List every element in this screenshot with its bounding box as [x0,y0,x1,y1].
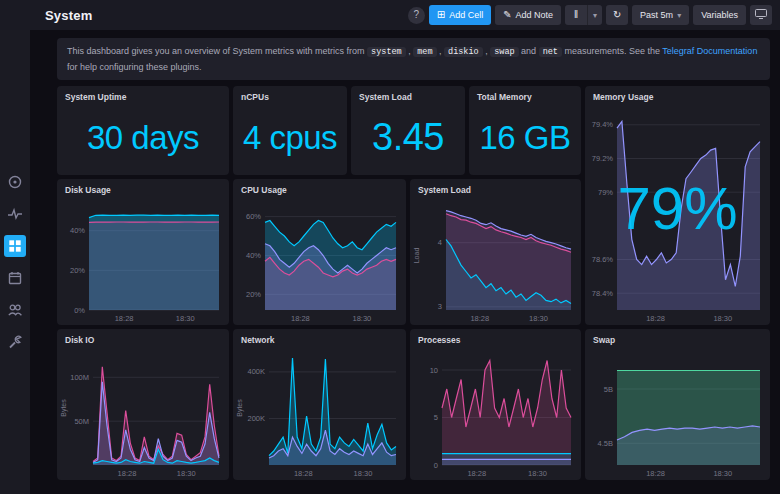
cell-title[interactable]: Disk Usage [57,179,229,195]
svg-text:60%: 60% [246,212,261,221]
add-note-button[interactable]: ✎ Add Note [495,5,561,25]
cell-title[interactable]: Disk IO [57,329,229,345]
sidebar-item-admin[interactable] [4,299,26,321]
svg-text:18:30: 18:30 [176,314,195,323]
sidebar-nav [0,30,30,494]
help-icon: ? [413,10,419,20]
svg-text:18:30: 18:30 [528,469,547,478]
stat-value: 4 cpus [233,100,347,175]
svg-text:40%: 40% [246,251,261,260]
svg-text:18:28: 18:28 [470,314,489,323]
presentation-mode-button[interactable] [750,5,772,25]
dashboard-page: System ? ⊞ Add Cell ✎ Add Note ‖ ▾ [0,0,780,494]
header-toolbar: ? ⊞ Add Cell ✎ Add Note ‖ ▾ ↻ [408,5,772,25]
swap-chart[interactable]: 5B4.5B18:2818:30 [587,345,768,478]
help-button[interactable]: ? [408,7,425,24]
processes-chart[interactable]: 051018:2818:30 [412,345,579,478]
banner-text: for help configuring these plugins. [67,62,202,72]
svg-text:10: 10 [430,366,438,375]
cell-disk-usage: Disk Usage 0%20%40%18:2818:30 [57,179,229,325]
svg-text:Bytes: Bytes [60,399,68,417]
cpu-usage-chart[interactable]: 20%40%60%18:2818:30 [235,195,404,323]
cell-title[interactable]: CPU Usage [233,179,406,195]
sidebar-item-dashboards[interactable] [4,235,26,257]
svg-text:200K: 200K [247,414,265,423]
header-bar: System ? ⊞ Add Cell ✎ Add Note ‖ ▾ [0,0,780,30]
svg-text:4.5B: 4.5B [598,439,613,448]
add-cell-label: Add Cell [449,10,483,20]
admin-icon [7,302,23,318]
disk-io-chart[interactable]: 50M100M18:2818:30Bytes [59,345,227,478]
svg-text:18:30: 18:30 [713,469,732,478]
svg-text:18:30: 18:30 [177,469,196,478]
banner-code-chip: net [539,47,562,57]
chart-svg: 50M100M18:2818:30Bytes [59,345,227,478]
status-icon [7,174,23,190]
svg-text:18:30: 18:30 [354,469,373,478]
sidebar-item-status[interactable] [4,171,26,193]
time-range-dropdown[interactable]: Past 5m ▾ [632,5,689,25]
svg-text:18:28: 18:28 [646,314,665,323]
system-load-chart[interactable]: 3418:2818:30Load [412,195,579,323]
svg-text:18:28: 18:28 [291,314,310,323]
dashboards-icon [8,239,22,253]
cell-title[interactable]: Processes [410,329,581,345]
cell-title[interactable]: System Load [410,179,581,195]
svg-text:40%: 40% [70,226,85,235]
svg-text:18:28: 18:28 [118,469,137,478]
cell-cpu-usage: CPU Usage 20%40%60%18:2818:30 [233,179,406,325]
add-cell-icon: ⊞ [437,10,445,20]
svg-text:Bytes: Bytes [236,399,244,417]
caret-down-icon: ▾ [593,11,597,20]
cell-total-memory: Total Memory 16 GB [469,86,581,175]
chart-svg: 5B4.5B18:2818:30 [587,345,768,478]
stat-value: 30 days [57,100,229,175]
cell-disk-io: Disk IO 50M100M18:2818:30Bytes [57,329,229,480]
telegraf-docs-link[interactable]: Telegraf Documentation [662,46,757,56]
svg-text:18:28: 18:28 [115,314,134,323]
svg-text:400K: 400K [247,367,265,376]
svg-text:0: 0 [434,461,438,470]
sidebar-item-alerts[interactable] [4,267,26,289]
page-title: System [45,8,92,23]
cell-title[interactable]: Swap [585,329,770,345]
cell-system-load-stat: System Load 3.45 [351,86,465,175]
stat-value: 16 GB [469,100,581,175]
svg-text:79%: 79% [598,188,613,197]
add-cell-button[interactable]: ⊞ Add Cell [429,5,491,25]
caret-down-icon: ▾ [677,11,681,20]
svg-text:18:28: 18:28 [467,469,486,478]
cell-title[interactable]: Network [233,329,406,345]
chart-svg: 0%20%40%18:2818:30 [59,195,227,323]
svg-text:18:30: 18:30 [353,314,372,323]
disk-usage-chart[interactable]: 0%20%40%18:2818:30 [59,195,227,323]
cell-system-uptime: System Uptime 30 days [57,86,229,175]
svg-text:18:30: 18:30 [529,314,548,323]
presentation-mode-icon [755,9,767,21]
variables-button[interactable]: Variables [693,5,746,25]
svg-text:79.4%: 79.4% [592,120,614,129]
svg-text:20%: 20% [70,266,85,275]
config-icon [7,334,23,350]
autorefresh-group: ‖ ▾ [565,5,602,25]
cell-memory-usage: Memory Usage 79.4%79.2%79%78.6%78.4%18:2… [585,86,770,325]
add-note-label: Add Note [516,10,554,20]
banner-text: measurements. See the [562,46,662,56]
svg-text:78.4%: 78.4% [592,289,614,298]
pause-button[interactable]: ‖ [565,5,587,25]
chart-svg: 20%40%60%18:2818:30 [235,195,404,323]
svg-text:78.6%: 78.6% [592,255,614,264]
dashboard-note-banner: This dashboard gives you an overview of … [57,38,770,80]
cell-title[interactable]: Memory Usage [585,86,770,102]
refresh-button[interactable]: ↻ [606,5,628,25]
sidebar-item-config[interactable] [4,331,26,353]
sidebar-item-data-explorer[interactable] [4,203,26,225]
chart-svg: 200K400K18:2818:30Bytes [235,345,404,478]
autorefresh-dropdown-button[interactable]: ▾ [587,5,602,25]
network-chart[interactable]: 200K400K18:2818:30Bytes [235,345,404,478]
svg-text:18:28: 18:28 [294,469,313,478]
svg-text:50M: 50M [74,417,89,426]
chart-svg: 051018:2818:30 [412,345,579,478]
svg-text:Load: Load [413,248,420,264]
memory-usage-chart[interactable]: 79.4%79.2%79%78.6%78.4%18:2818:30 [587,102,768,323]
